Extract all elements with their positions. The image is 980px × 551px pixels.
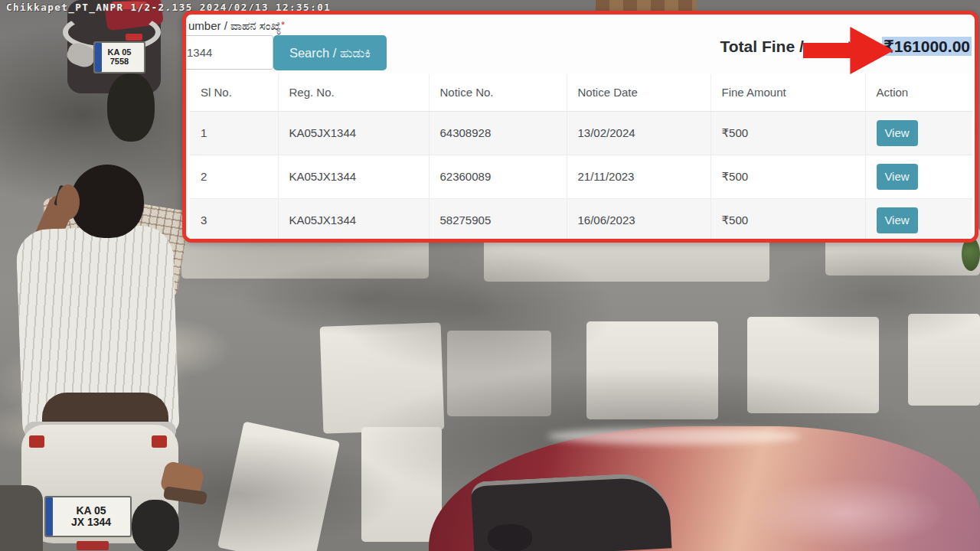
cell-notice-date: 21/11/2023 [567, 155, 710, 198]
car-reflection [746, 478, 946, 547]
red-arrow-annotation [803, 27, 893, 74]
motorcycle-rear-tire [107, 73, 155, 142]
cell-notice-no: 62360089 [429, 155, 567, 198]
header-action: Action [865, 74, 972, 111]
motorcycle: KA 05 7558 [60, 0, 178, 142]
view-button[interactable]: View [877, 120, 918, 146]
cell-sl-no: 1 [190, 111, 278, 155]
vehicle-number-label-text: umber / ವಾಹನ ಸಂಖ್ಯೆ [188, 19, 281, 32]
table-row: 1 KA05JX1344 64308928 13/02/2024 ₹500 Vi… [190, 111, 972, 155]
cell-fine-amount: ₹500 [710, 155, 865, 198]
zebra-stripe [747, 317, 879, 413]
header-fine-amount: Fine Amount [710, 74, 865, 111]
vehicle-number-input[interactable] [182, 35, 273, 70]
cell-notice-date: 13/02/2024 [567, 111, 710, 155]
cell-reg-no: KA05JX1344 [278, 155, 429, 198]
cell-notice-no: 58275905 [429, 198, 567, 242]
cell-action: View [865, 155, 972, 198]
header-notice-no: Notice No. [429, 74, 567, 111]
vehicle-number-label: umber / ವಾಹನ ಸಂಖ್ಯೆ* [188, 19, 285, 33]
maroon-car [417, 409, 980, 551]
plate-line2: 7558 [95, 57, 144, 67]
fine-search-panel-content: umber / ವಾಹನ ಸಂಖ್ಯೆ* Search / ಹುಡುಕಿ Tot… [186, 15, 975, 239]
zebra-stripe [908, 314, 980, 406]
scooter-reflector [77, 541, 109, 550]
cell-reg-no: KA05JX1344 [278, 111, 429, 155]
plate-ind-strip [95, 43, 102, 72]
plate-line2: JX 1344 [52, 517, 130, 528]
table-header-row: Sl No. Reg. No. Notice No. Notice Date F… [190, 74, 972, 111]
cell-sl-no: 2 [190, 155, 278, 198]
fine-search-panel: umber / ವಾಹನ ಸಂಖ್ಯೆ* Search / ಹುಡುಕಿ Tot… [182, 11, 978, 243]
zebra-stripe [447, 331, 551, 416]
cell-fine-amount: ₹500 [710, 111, 865, 155]
scooter-rear-tire [132, 500, 179, 551]
table-row: 2 KA05JX1344 62360089 21/11/2023 ₹500 Vi… [190, 155, 972, 198]
cell-reg-no: KA05JX1344 [278, 198, 429, 242]
motorcycle-reflector [126, 34, 142, 41]
screenshot-stage: KA 05 7558 KA 05 JX 1344 [0, 0, 980, 551]
table-row: 3 KA05JX1344 58275905 16/06/2023 ₹500 Vi… [190, 198, 972, 242]
cell-action: View [865, 198, 972, 242]
truck-fragment [596, 0, 697, 11]
plate-line1: KA 05 [52, 505, 130, 517]
search-button[interactable]: Search / ಹುಡುಕಿ [273, 35, 387, 70]
view-button[interactable]: View [877, 164, 918, 190]
cell-action: View [865, 111, 972, 155]
scooter-license-plate: KA 05 JX 1344 [44, 496, 132, 537]
motorcycle-license-plate: KA 05 7558 [93, 41, 145, 73]
view-button[interactable]: View [877, 207, 918, 233]
cell-notice-date: 16/06/2023 [567, 198, 710, 242]
cell-notice-no: 64308928 [429, 111, 567, 155]
total-fine-value: ₹161000.00 [882, 37, 972, 56]
header-notice-date: Notice Date [567, 74, 710, 111]
car-roof-highlight [547, 428, 800, 445]
cell-fine-amount: ₹500 [710, 198, 865, 242]
rider-face [57, 184, 80, 220]
fines-table: Sl No. Reg. No. Notice No. Notice Date F… [190, 74, 972, 243]
header-reg-no: Reg. No. [278, 74, 429, 111]
car-side-mirror [488, 524, 532, 551]
zebra-stripe [586, 321, 718, 419]
rider-head [70, 165, 144, 238]
scooter-floor-fragment [0, 485, 43, 551]
scooter-taillight-left [29, 435, 44, 448]
scooter-taillight-right [152, 435, 167, 448]
required-asterisk: * [281, 19, 285, 31]
plate-ind-strip [46, 497, 53, 536]
header-sl-no: Sl No. [190, 74, 278, 111]
cell-sl-no: 3 [190, 198, 278, 242]
